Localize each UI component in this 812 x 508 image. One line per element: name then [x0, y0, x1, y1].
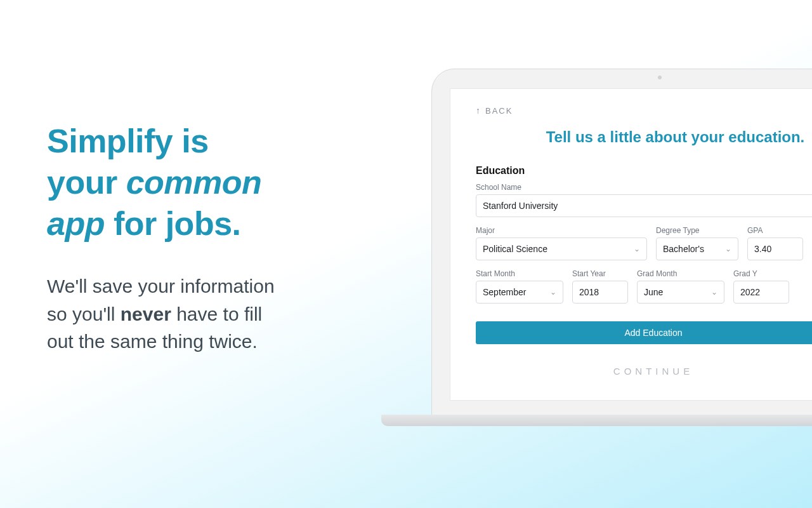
degree-select[interactable]: Bachelor's ⌄: [656, 237, 738, 260]
camera-dot-icon: [658, 76, 662, 79]
sub-line2a: so you'll: [47, 304, 121, 324]
top-bar: ↑ BACK ~ 5 minut: [476, 105, 812, 116]
arrow-up-icon: ↑: [476, 105, 480, 116]
sub-line1: We'll save your information: [47, 276, 275, 297]
back-label: BACK: [485, 106, 513, 116]
grad-month-value: June: [644, 287, 663, 297]
laptop-mock: ↑ BACK ~ 5 minut Tell us a little about …: [431, 69, 812, 415]
chevron-down-icon: ⌄: [634, 244, 640, 253]
label-gpa: GPA: [747, 226, 803, 235]
app-screen: ↑ BACK ~ 5 minut Tell us a little about …: [450, 88, 812, 401]
label-major: Major: [476, 226, 647, 235]
grad-month-select[interactable]: June ⌄: [637, 281, 724, 304]
headline-line2b: common: [126, 164, 262, 201]
grad-year-input[interactable]: 2022: [733, 281, 789, 304]
label-degree: Degree Type: [656, 226, 738, 235]
start-month-select[interactable]: September ⌄: [476, 281, 563, 304]
label-grad-year: Grad Y: [733, 269, 789, 278]
start-year-value: 2018: [579, 287, 599, 297]
sub-line2c: have to fill: [171, 304, 262, 324]
sub-line2b: never: [121, 304, 171, 324]
headline: Simplify is your common app for jobs.: [47, 121, 377, 244]
gpa-value: 3.40: [754, 244, 771, 254]
education-section: Education School Name Stanford Universit…: [476, 165, 812, 377]
chevron-down-icon: ⌄: [725, 244, 731, 253]
start-year-input[interactable]: 2018: [572, 281, 628, 304]
major-value: Political Science: [483, 244, 547, 254]
headline-line1: Simplify is: [47, 123, 209, 159]
major-select[interactable]: Political Science ⌄: [476, 237, 647, 260]
add-education-label: Add Education: [624, 328, 682, 338]
headline-line2a: your: [47, 164, 126, 201]
label-school: School Name: [476, 183, 812, 192]
label-start-month: Start Month: [476, 269, 563, 278]
school-input[interactable]: Stanford University: [476, 194, 812, 217]
label-grad-month: Grad Month: [637, 269, 724, 278]
form-title: Tell us a little about your education.: [476, 128, 812, 146]
chevron-down-icon: ⌄: [711, 288, 717, 297]
headline-line3a: app: [47, 205, 105, 242]
label-start-year: Start Year: [572, 269, 628, 278]
degree-value: Bachelor's: [663, 244, 704, 254]
add-education-button[interactable]: Add Education: [476, 321, 812, 344]
start-month-value: September: [483, 287, 526, 297]
marketing-copy: Simplify is your common app for jobs. We…: [47, 121, 377, 356]
continue-button[interactable]: CONTINUE: [476, 366, 812, 377]
grad-year-value: 2022: [740, 287, 760, 297]
continue-label: CONTINUE: [613, 366, 693, 377]
headline-line3b: for jobs.: [105, 205, 241, 242]
sub-line3: out the same thing twice.: [47, 331, 258, 352]
chevron-down-icon: ⌄: [550, 288, 556, 297]
school-value: Stanford University: [483, 201, 558, 211]
gpa-input[interactable]: 3.40: [747, 237, 803, 260]
subheadline: We'll save your information so you'll ne…: [47, 272, 377, 356]
back-button[interactable]: ↑ BACK: [476, 105, 513, 116]
section-heading: Education: [476, 165, 812, 177]
